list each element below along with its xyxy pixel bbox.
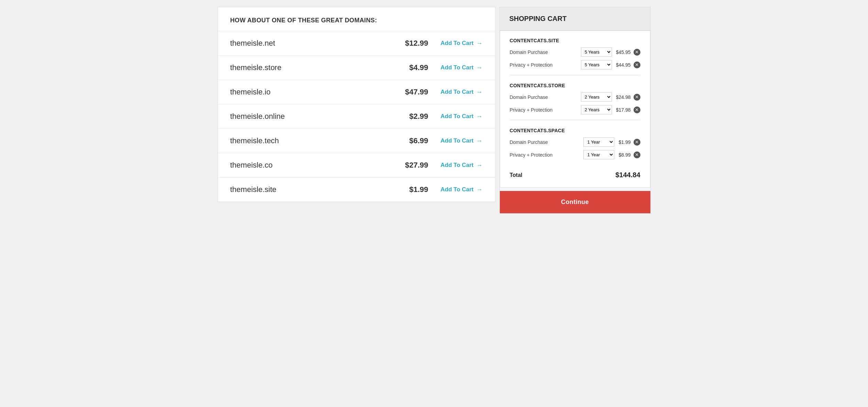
duration-select[interactable]: 1 Year2 Years3 Years4 Years5 Years xyxy=(581,60,612,69)
add-to-cart-label: Add To Cart xyxy=(440,64,473,71)
cart-total-label: Total xyxy=(510,172,616,178)
cart-item-price: $44.95 xyxy=(616,62,631,68)
domain-price: $27.99 xyxy=(405,161,428,170)
cart-item-row: Privacy + Protection1 Year2 Years3 Years… xyxy=(510,60,640,69)
cart-section: CONTENTCATS.STOREDomain Purchase1 Year2 … xyxy=(510,83,640,120)
cart-total-price: $144.84 xyxy=(615,171,640,179)
remove-item-button[interactable]: ✕ xyxy=(634,61,640,68)
cart-panel: SHOPPING CART CONTENTCATS.SITEDomain Pur… xyxy=(499,7,651,214)
domain-price: $6.99 xyxy=(409,136,428,145)
cart-section-title: CONTENTCATS.STORE xyxy=(510,83,640,88)
duration-select[interactable]: 1 Year2 Years3 Years4 Years5 Years xyxy=(581,47,612,57)
cart-body: CONTENTCATS.SITEDomain Purchase1 Year2 Y… xyxy=(500,31,650,188)
domain-row: themeisle.io $47.99 Add To Cart → xyxy=(218,80,495,104)
arrow-right-icon: → xyxy=(476,162,483,169)
add-to-cart-label: Add To Cart xyxy=(440,40,473,47)
domain-name: themeisle.site xyxy=(230,185,409,194)
arrow-right-icon: → xyxy=(476,40,483,47)
duration-select[interactable]: 1 Year2 Years3 Years4 Years5 Years xyxy=(581,105,612,114)
cart-sections: CONTENTCATS.SITEDomain Purchase1 Year2 Y… xyxy=(510,38,640,159)
remove-item-button[interactable]: ✕ xyxy=(634,139,640,146)
cart-item-price: $8.99 xyxy=(618,152,630,158)
domain-price: $1.99 xyxy=(409,185,428,194)
arrow-right-icon: → xyxy=(476,186,483,193)
add-to-cart-label: Add To Cart xyxy=(440,137,473,144)
cart-divider xyxy=(510,75,640,75)
cart-item-row: Privacy + Protection1 Year2 Years3 Years… xyxy=(510,150,640,159)
remove-item-button[interactable]: ✕ xyxy=(634,94,640,101)
domains-panel: HOW ABOUT ONE OF THESE GREAT DOMAINS: th… xyxy=(218,7,495,202)
arrow-right-icon: → xyxy=(476,113,483,120)
cart-item-label: Privacy + Protection xyxy=(510,62,581,68)
domain-name: themeisle.online xyxy=(230,112,409,121)
domain-name: themeisle.tech xyxy=(230,136,409,145)
cart-item-row: Domain Purchase1 Year2 Years3 Years4 Yea… xyxy=(510,47,640,57)
domain-row: themeisle.site $1.99 Add To Cart → xyxy=(218,177,495,202)
domains-header: HOW ABOUT ONE OF THESE GREAT DOMAINS: xyxy=(218,7,495,31)
add-to-cart-button[interactable]: Add To Cart → xyxy=(440,186,482,193)
continue-button[interactable]: Continue xyxy=(500,191,650,213)
arrow-right-icon: → xyxy=(476,64,483,71)
cart-item-price: $1.99 xyxy=(618,139,630,145)
domain-row: themeisle.tech $6.99 Add To Cart → xyxy=(218,128,495,153)
cart-item-label: Domain Purchase xyxy=(510,49,581,55)
cart-section: CONTENTCATS.SITEDomain Purchase1 Year2 Y… xyxy=(510,38,640,75)
add-to-cart-button[interactable]: Add To Cart → xyxy=(440,89,482,96)
remove-item-button[interactable]: ✕ xyxy=(634,106,640,113)
domain-row: themeisle.co $27.99 Add To Cart → xyxy=(218,153,495,177)
duration-select[interactable]: 1 Year2 Years3 Years4 Years5 Years xyxy=(583,150,614,159)
cart-item-row: Domain Purchase1 Year2 Years3 Years4 Yea… xyxy=(510,92,640,102)
cart-item-label: Domain Purchase xyxy=(510,94,581,100)
cart-total-row: Total $144.84 xyxy=(510,167,640,180)
cart-section: CONTENTCATS.SPACEDomain Purchase1 Year2 … xyxy=(510,128,640,159)
add-to-cart-button[interactable]: Add To Cart → xyxy=(440,64,482,71)
duration-select[interactable]: 1 Year2 Years3 Years4 Years5 Years xyxy=(581,92,612,102)
cart-item-price: $24.98 xyxy=(616,94,631,100)
remove-item-button[interactable]: ✕ xyxy=(634,151,640,158)
cart-header: SHOPPING CART xyxy=(500,7,650,31)
domain-price: $4.99 xyxy=(409,63,428,72)
domain-price: $2.99 xyxy=(409,112,428,121)
arrow-right-icon: → xyxy=(476,89,483,96)
domain-list: themeisle.net $12.99 Add To Cart → theme… xyxy=(218,31,495,202)
add-to-cart-label: Add To Cart xyxy=(440,162,473,169)
domain-row: themeisle.store $4.99 Add To Cart → xyxy=(218,55,495,80)
add-to-cart-label: Add To Cart xyxy=(440,186,473,193)
add-to-cart-button[interactable]: Add To Cart → xyxy=(440,113,482,120)
add-to-cart-button[interactable]: Add To Cart → xyxy=(440,40,482,47)
cart-item-label: Privacy + Protection xyxy=(510,107,581,113)
cart-item-row: Privacy + Protection1 Year2 Years3 Years… xyxy=(510,105,640,114)
add-to-cart-label: Add To Cart xyxy=(440,89,473,95)
remove-item-button[interactable]: ✕ xyxy=(634,49,640,56)
domain-name: themeisle.store xyxy=(230,63,409,72)
cart-divider xyxy=(510,120,640,120)
add-to-cart-button[interactable]: Add To Cart → xyxy=(440,137,482,145)
cart-section-title: CONTENTCATS.SITE xyxy=(510,38,640,43)
cart-item-row: Domain Purchase1 Year2 Years3 Years4 Yea… xyxy=(510,137,640,147)
domain-name: themeisle.io xyxy=(230,88,405,97)
main-container: HOW ABOUT ONE OF THESE GREAT DOMAINS: th… xyxy=(218,7,651,214)
domain-row: themeisle.online $2.99 Add To Cart → xyxy=(218,104,495,128)
cart-item-price: $45.95 xyxy=(616,49,631,55)
domain-price: $47.99 xyxy=(405,88,428,97)
cart-item-price: $17.98 xyxy=(616,107,631,113)
domain-row: themeisle.net $12.99 Add To Cart → xyxy=(218,31,495,55)
domain-name: themeisle.net xyxy=(230,39,405,48)
add-to-cart-label: Add To Cart xyxy=(440,113,473,120)
domain-price: $12.99 xyxy=(405,39,428,48)
cart-item-label: Domain Purchase xyxy=(510,139,584,145)
duration-select[interactable]: 1 Year2 Years3 Years4 Years5 Years xyxy=(583,137,614,147)
domain-name: themeisle.co xyxy=(230,161,405,170)
arrow-right-icon: → xyxy=(476,137,483,145)
cart-item-label: Privacy + Protection xyxy=(510,152,584,158)
cart-section-title: CONTENTCATS.SPACE xyxy=(510,128,640,133)
add-to-cart-button[interactable]: Add To Cart → xyxy=(440,162,482,169)
